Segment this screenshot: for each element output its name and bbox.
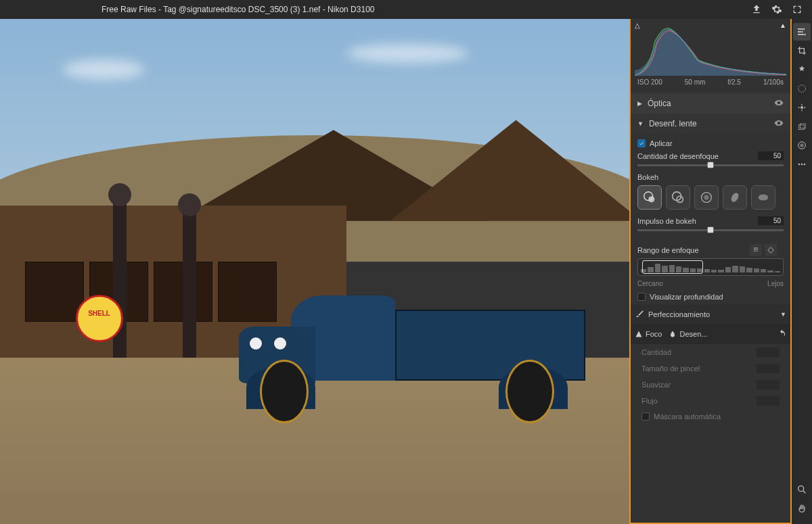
svg-point-18 bbox=[801, 164, 803, 166]
svg-point-7 bbox=[759, 194, 769, 200]
visualize-depth-checkbox[interactable] bbox=[637, 293, 646, 301]
vintage-truck bbox=[239, 281, 585, 423]
shutter-value: 1/100s bbox=[763, 78, 784, 86]
top-bar: Free Raw Files - Tag @signatureeditsco D… bbox=[0, 0, 812, 19]
apply-checkbox[interactable] bbox=[637, 139, 646, 147]
svg-point-19 bbox=[804, 164, 806, 166]
flow-input[interactable] bbox=[757, 396, 780, 406]
more-icon[interactable] bbox=[793, 156, 811, 173]
svg-point-11 bbox=[798, 85, 806, 93]
auto-mask-label: Máscara automática bbox=[654, 412, 780, 421]
redeye-icon[interactable] bbox=[793, 99, 811, 116]
blur-amount-label: Cantidad de desenfoque bbox=[637, 152, 758, 160]
edit-panel: △ ▲ ISO 200 50 mm f/2.5 1/100s ▶ Óptica … bbox=[629, 19, 792, 524]
export-icon[interactable] bbox=[748, 1, 765, 18]
brush-size-label: Tamaño de pincel bbox=[641, 364, 757, 373]
amount-input[interactable] bbox=[757, 348, 780, 357]
bokeh-circle-button[interactable] bbox=[637, 185, 662, 210]
heal-icon[interactable] bbox=[793, 61, 811, 78]
eye-icon[interactable] bbox=[774, 98, 784, 109]
bokeh-boost-input[interactable] bbox=[758, 216, 784, 225]
blur-amount-input[interactable] bbox=[758, 151, 784, 160]
amount-label: Cantidad bbox=[641, 348, 757, 356]
far-label: Lejos bbox=[767, 280, 784, 287]
auto-mask-checkbox[interactable] bbox=[641, 412, 650, 421]
bokeh-boost-label: Impulso de bokeh bbox=[637, 217, 758, 225]
focus-range-bar[interactable] bbox=[637, 258, 784, 276]
optics-section-header[interactable]: ▶ Óptica bbox=[631, 93, 790, 114]
near-label: Cercano bbox=[637, 280, 663, 287]
focus-mode-button[interactable]: Foco bbox=[635, 330, 662, 338]
feather-input[interactable] bbox=[757, 380, 780, 389]
svg-rect-14 bbox=[800, 124, 805, 128]
lens-blur-section-header[interactable]: ▼ Desenf. lente bbox=[631, 114, 790, 134]
svg-point-10 bbox=[769, 248, 773, 253]
zoom-icon[interactable] bbox=[793, 481, 811, 498]
target-icon[interactable] bbox=[765, 244, 777, 256]
bokeh-ring-button[interactable] bbox=[694, 185, 719, 210]
svg-point-6 bbox=[729, 191, 740, 203]
svg-point-9 bbox=[755, 249, 757, 250]
blur-amount-slider[interactable] bbox=[637, 164, 784, 166]
brush-icon bbox=[635, 309, 644, 320]
brush-size-input[interactable] bbox=[757, 364, 780, 373]
svg-point-12 bbox=[800, 106, 803, 109]
image-viewer[interactable] bbox=[0, 19, 629, 524]
tool-strip bbox=[792, 19, 812, 524]
iso-value: ISO 200 bbox=[637, 78, 662, 86]
visualize-depth-label: Visualizar profundidad bbox=[650, 293, 784, 301]
chevron-down-icon: ▼ bbox=[637, 120, 644, 127]
mask-circle-icon[interactable] bbox=[793, 80, 811, 97]
bokeh-soap-button[interactable] bbox=[666, 185, 690, 210]
highlight-clip-icon[interactable]: ▲ bbox=[780, 22, 786, 29]
chevron-right-icon: ▶ bbox=[637, 100, 642, 107]
shadow-clip-icon[interactable]: △ bbox=[635, 22, 640, 29]
undo-icon[interactable] bbox=[778, 329, 786, 339]
hand-icon[interactable] bbox=[793, 500, 811, 517]
shell-sign bbox=[76, 295, 123, 342]
focal-length: 50 mm bbox=[685, 78, 706, 86]
photo-preview bbox=[0, 19, 629, 524]
apply-label: Aplicar bbox=[650, 139, 784, 147]
edit-sliders-icon[interactable] bbox=[793, 23, 811, 41]
lens-blur-body: Aplicar Cantidad de desenfoque Bokeh Imp… bbox=[631, 134, 790, 429]
refine-header[interactable]: Perfeccionamiento ▼ bbox=[631, 305, 790, 324]
svg-point-1 bbox=[648, 196, 654, 202]
svg-rect-13 bbox=[798, 125, 804, 130]
eye-icon[interactable] bbox=[774, 118, 784, 129]
feather-label: Suavizar bbox=[641, 381, 757, 389]
subject-select-icon[interactable] bbox=[750, 244, 762, 256]
bokeh-boost-slider[interactable] bbox=[637, 229, 784, 231]
svg-point-20 bbox=[798, 486, 804, 492]
bokeh-cateye-button[interactable] bbox=[723, 185, 747, 210]
aperture-value: f/2.5 bbox=[727, 78, 740, 86]
layers-icon[interactable] bbox=[793, 118, 811, 135]
blur-mode-button[interactable]: Desen... bbox=[669, 330, 707, 338]
gear-icon[interactable] bbox=[769, 1, 785, 18]
lens-icon[interactable] bbox=[793, 137, 811, 154]
histogram[interactable]: △ ▲ ISO 200 50 mm f/2.5 1/100s bbox=[631, 19, 790, 93]
fullscreen-icon[interactable] bbox=[789, 1, 805, 18]
bokeh-label: Bokeh bbox=[637, 173, 784, 181]
svg-point-16 bbox=[800, 143, 803, 147]
crop-icon[interactable] bbox=[793, 42, 811, 59]
flow-label: Flujo bbox=[641, 397, 757, 405]
svg-point-17 bbox=[798, 164, 800, 166]
chevron-down-icon: ▼ bbox=[780, 311, 786, 318]
document-title: Free Raw Files - Tag @signatureeditsco D… bbox=[102, 5, 374, 14]
bokeh-blade-button[interactable] bbox=[751, 185, 775, 210]
svg-point-5 bbox=[704, 195, 708, 199]
